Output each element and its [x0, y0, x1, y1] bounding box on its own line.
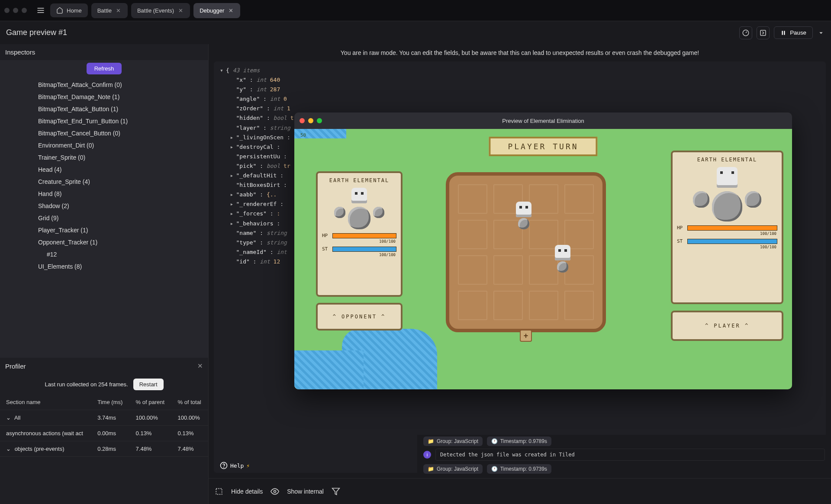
restart-button[interactable]: Restart	[133, 379, 164, 390]
tree-item[interactable]: Grid (9)	[0, 212, 208, 224]
grid-cell[interactable]	[458, 184, 487, 214]
table-row[interactable]: ⌄ All 3.74ms 100.00% 100.00%	[0, 410, 208, 426]
subheader: Game preview #1 Pause	[0, 21, 831, 44]
tab-battle-close[interactable]: ✕	[115, 6, 122, 15]
grid-cell[interactable]	[493, 255, 523, 285]
pause-label: Pause	[790, 29, 806, 36]
game-close[interactable]	[300, 118, 305, 123]
select-icon[interactable]	[215, 487, 223, 496]
game-zoom[interactable]	[317, 118, 322, 123]
tab-debugger-label: Debugger	[200, 7, 224, 14]
game-window-titlebar[interactable]: Preview of Elemental Elimination	[294, 112, 792, 129]
traffic-light-zoom[interactable]	[22, 8, 27, 13]
tree-item[interactable]: BitmapText_Attack_Confirm (0)	[0, 79, 208, 91]
tree-item[interactable]: BitmapText_Damage_Note (1)	[0, 91, 208, 103]
creature-head-icon	[717, 167, 738, 188]
profiler-table: Section name Time (ms) % of parent % of …	[0, 395, 208, 457]
tree-item[interactable]: Creature_Sprite (4)	[0, 176, 208, 188]
profiler-info: Last run collected on 254 frames.	[45, 381, 128, 388]
table-row[interactable]: asynchronous actions (wait act 0.00ms 0.…	[0, 426, 208, 441]
tab-debugger-close[interactable]: ✕	[228, 6, 234, 15]
inspectors-tree[interactable]: BitmapText_Attack_Confirm (0) BitmapText…	[0, 77, 208, 358]
grid-cell[interactable]	[458, 255, 487, 285]
tree-item[interactable]: Environment_Dirt (0)	[0, 139, 208, 151]
window-traffic-lights	[4, 8, 27, 13]
speedometer-icon[interactable]	[739, 26, 752, 39]
chevron-down-icon[interactable]: ⌄	[6, 414, 13, 421]
tab-battle-events-close[interactable]: ✕	[177, 6, 184, 15]
filter-icon[interactable]	[332, 487, 340, 496]
rock-icon	[348, 207, 370, 229]
grid-cell[interactable]	[564, 184, 594, 214]
eye-icon[interactable]	[271, 487, 279, 496]
grid-cell[interactable]	[458, 220, 487, 249]
help-icon	[220, 462, 228, 469]
help-button[interactable]: Help ⚡	[220, 462, 250, 469]
game-preview-window[interactable]: Preview of Elemental Elimination 50 PLAY…	[294, 112, 792, 389]
tab-battle[interactable]: Battle ✕	[91, 3, 128, 18]
tree-item[interactable]: UI_Elements (8)	[0, 260, 208, 273]
tree-item[interactable]: Player_Tracker (1)	[0, 224, 208, 236]
tree-item[interactable]: BitmapText_End_Turn_Button (1)	[0, 115, 208, 127]
page-title: Game preview #1	[6, 28, 67, 37]
tree-item[interactable]: Opponent_Tracker (1)	[0, 236, 208, 248]
log-message: Detected the json file was created in Ti…	[435, 449, 825, 461]
tree-item[interactable]: Shadow (2)	[0, 200, 208, 212]
svg-rect-9	[216, 488, 222, 494]
bolt-icon: ⚡	[246, 462, 250, 469]
player-label-card[interactable]: ^ PLAYER ^	[671, 311, 783, 341]
col-time: Time (ms)	[91, 395, 129, 410]
svg-point-10	[274, 490, 276, 492]
chip-timestamp: 🕐 Timestamp: 0.9739s	[487, 464, 551, 474]
pause-icon	[780, 30, 786, 36]
tree-sub-item[interactable]: #12	[0, 248, 208, 260]
show-internal-toggle[interactable]: Show internal	[287, 488, 324, 495]
grid-cell[interactable]	[493, 291, 523, 320]
rock-icon	[693, 191, 709, 208]
grid-cell[interactable]	[564, 291, 594, 320]
tree-item[interactable]: Trainer_Sprite (0)	[0, 151, 208, 164]
fps-counter: 50	[300, 132, 306, 138]
rock-icon	[373, 207, 384, 218]
game-canvas[interactable]: 50 PLAYER TURN + EARTH ELEMENTAL	[294, 129, 792, 389]
svg-point-8	[224, 467, 224, 467]
grid-cell[interactable]	[529, 184, 558, 214]
tab-battle-events[interactable]: Battle (Events) ✕	[131, 3, 190, 18]
water-tile	[294, 350, 364, 389]
opponent-card: EARTH ELEMENTAL HP 100/100 ST 100/100	[316, 171, 403, 297]
profiler-close[interactable]: ✕	[197, 362, 203, 370]
tab-home[interactable]: Home	[50, 3, 88, 17]
traffic-light-minimize[interactable]	[13, 8, 18, 13]
grid-cell[interactable]	[458, 291, 487, 320]
console: 📁 Group: JavaScript 🕐 Timestamp: 0.9789s…	[417, 435, 831, 478]
creature-token[interactable]	[514, 202, 533, 221]
creature-token[interactable]	[553, 245, 572, 264]
tree-item[interactable]: BitmapText_Attack_Button (1)	[0, 103, 208, 115]
refresh-button[interactable]: Refresh	[87, 63, 122, 74]
tree-item[interactable]: Head (4)	[0, 164, 208, 176]
open-external-icon[interactable]	[757, 26, 770, 39]
bottom-bar: Hide details Show internal	[209, 478, 831, 504]
titlebar: Home Battle ✕ Battle (Events) ✕ Debugger…	[0, 0, 831, 21]
card-title: EARTH ELEMENTAL	[677, 157, 777, 163]
chip-group: 📁 Group: JavaScript	[423, 437, 483, 446]
menu-button[interactable]	[35, 4, 47, 16]
add-button[interactable]: +	[520, 330, 532, 342]
tree-item[interactable]: BitmapText_Cancel_Button (0)	[0, 127, 208, 139]
dropdown-icon[interactable]	[817, 29, 825, 37]
opponent-label-card[interactable]: ^ OPPONENT ^	[316, 303, 403, 331]
chevron-down-icon[interactable]: ⌄	[6, 446, 13, 452]
inspectors-title: Inspectors	[0, 44, 208, 60]
info-badge: i	[423, 451, 431, 459]
tree-item[interactable]: Hand (8)	[0, 188, 208, 200]
profiler-title: Profiler	[5, 363, 26, 370]
game-minimize[interactable]	[308, 118, 313, 123]
traffic-light-close[interactable]	[4, 8, 10, 13]
table-row[interactable]: ⌄ objects (pre-events) 0.28ms 7.48% 7.48…	[0, 441, 208, 457]
hide-details-toggle[interactable]: Hide details	[231, 488, 263, 495]
st-label: ST	[322, 246, 330, 252]
tab-debugger[interactable]: Debugger ✕	[193, 3, 240, 18]
grid-cell[interactable]	[529, 291, 558, 320]
collapse-icon[interactable]: ▾	[220, 66, 226, 75]
pause-button[interactable]: Pause	[774, 26, 813, 39]
